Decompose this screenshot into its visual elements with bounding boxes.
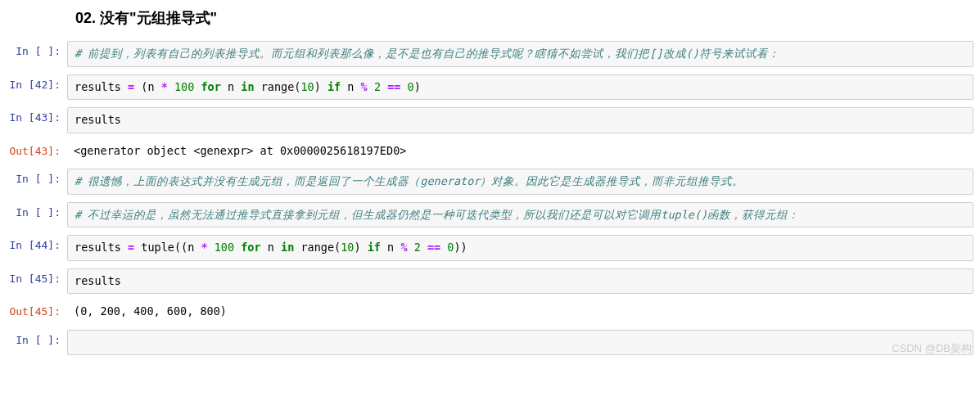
code-token: 100	[168, 80, 195, 93]
code-token: 0	[400, 80, 413, 93]
input-prompt: In [45]:	[0, 268, 67, 286]
code-token: range(	[294, 241, 341, 254]
code-token: (n	[134, 80, 161, 93]
code-token: ==	[421, 241, 440, 254]
code-input[interactable]: results	[67, 268, 973, 295]
code-cell: In [ ]: # 前提到，列表有自己的列表推导式。而元组和列表那么像，是不是也…	[0, 38, 980, 70]
code-cell: In [44]: results = tuple((n * 100 for n …	[0, 232, 980, 264]
code-cell: In [45]: results	[0, 266, 980, 297]
code-token: n	[381, 241, 400, 254]
code-input[interactable]: results = (n * 100 for n in range(10) if…	[67, 74, 973, 101]
code-token: n	[221, 80, 241, 93]
code-token: if	[327, 80, 341, 93]
code-token: =	[128, 80, 134, 93]
code-token: )	[314, 80, 327, 93]
code-output: (0, 200, 400, 600, 800)	[67, 301, 973, 322]
code-token: n	[341, 80, 360, 93]
code-token: results	[75, 241, 128, 254]
notebook-container: 02. 没有"元组推导式" In [ ]: # 前提到，列表有自己的列表推导式。…	[0, 0, 980, 358]
code-token: range(	[255, 80, 301, 93]
code-token: =	[128, 241, 134, 254]
code-token: ==	[381, 80, 400, 93]
code-input[interactable]	[67, 330, 973, 356]
code-token: results	[75, 80, 128, 93]
code-token: 100	[208, 241, 235, 254]
code-token: )	[354, 241, 367, 254]
code-token: )	[414, 80, 421, 93]
comment-text: # 不过幸运的是，虽然无法通过推导式直接拿到元组，但生成器仍然是一种可迭代类型，…	[75, 208, 799, 221]
code-token: ))	[454, 241, 467, 254]
code-cell: In [43]: results	[0, 105, 980, 136]
code-token: *	[201, 241, 207, 254]
comment-text: # 前提到，列表有自己的列表推导式。而元组和列表那么像，是不是也有自己的推导式呢…	[75, 47, 779, 60]
code-token: results	[75, 274, 121, 287]
code-token: if	[368, 241, 381, 254]
output-prompt: Out[45]:	[0, 301, 67, 318]
comment-text: # 很遗憾，上面的表达式并没有生成元组，而是返回了一个生成器（generator…	[75, 174, 743, 187]
code-cell: In [ ]: # 不过幸运的是，虽然无法通过推导式直接拿到元组，但生成器仍然是…	[0, 200, 980, 231]
input-prompt: In [ ]:	[0, 202, 67, 219]
code-cell: In [42]: results = (n * 100 for n in ran…	[0, 72, 980, 103]
input-prompt: In [ ]:	[0, 330, 67, 347]
code-token: in	[281, 241, 294, 254]
code-input[interactable]: # 不过幸运的是，虽然无法通过推导式直接拿到元组，但生成器仍然是一种可迭代类型，…	[67, 202, 973, 228]
code-token: for	[194, 80, 221, 93]
code-token: in	[241, 80, 254, 93]
section-heading: 02. 没有"元组推导式"	[0, 0, 980, 36]
code-input[interactable]: results	[67, 107, 973, 133]
code-input[interactable]: results = tuple((n * 100 for n in range(…	[67, 235, 973, 261]
input-prompt: In [ ]:	[0, 41, 67, 58]
code-input[interactable]: # 前提到，列表有自己的列表推导式。而元组和列表那么像，是不是也有自己的推导式呢…	[67, 41, 973, 67]
input-prompt: In [42]:	[0, 74, 67, 92]
output-cell: Out[45]: (0, 200, 400, 600, 800)	[0, 299, 980, 325]
code-token: n	[261, 241, 281, 254]
input-prompt: In [44]:	[0, 235, 67, 252]
code-token: 0	[440, 241, 454, 254]
output-cell: Out[43]: <generator object <genexpr> at …	[0, 138, 980, 164]
code-token: for	[234, 241, 261, 254]
code-token: 2	[368, 80, 381, 93]
code-input[interactable]: # 很遗憾，上面的表达式并没有生成元组，而是返回了一个生成器（generator…	[67, 169, 973, 195]
code-output: <generator object <genexpr> at 0x0000025…	[67, 141, 973, 162]
watermark-text: CSDN @DB架构	[892, 341, 972, 356]
code-cell: In [ ]:	[0, 327, 980, 358]
input-prompt: In [43]:	[0, 107, 67, 124]
code-cell: In [ ]: # 很遗憾，上面的表达式并没有生成元组，而是返回了一个生成器（g…	[0, 166, 980, 197]
code-token: %	[361, 80, 368, 93]
code-token: tuple((n	[134, 241, 201, 254]
output-prompt: Out[43]:	[0, 141, 67, 158]
code-token: *	[161, 80, 168, 93]
code-token: results	[75, 113, 121, 126]
code-token: 10	[341, 241, 354, 254]
code-token: %	[400, 241, 407, 254]
code-token: 2	[408, 241, 421, 254]
input-prompt: In [ ]:	[0, 169, 67, 186]
code-token: 10	[300, 80, 314, 93]
